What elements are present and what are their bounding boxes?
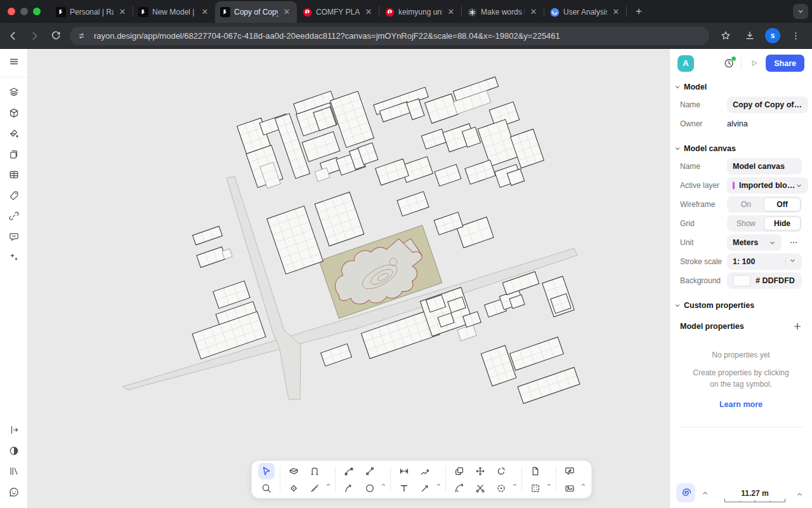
unit-more-options-icon[interactable] [785, 234, 802, 251]
share-button[interactable]: Share [766, 55, 804, 72]
tab-close-icon[interactable]: ✕ [363, 7, 374, 17]
browser-tab-3[interactable]: Copy of Copy of N✕ [215, 1, 297, 23]
model-canvas-section-header[interactable]: Model canvas [680, 144, 802, 153]
arrow-tool-button[interactable] [417, 480, 433, 497]
assist-spiral-icon[interactable] [676, 483, 695, 502]
render-tool-button[interactable] [561, 480, 578, 497]
chevron-up-icon[interactable] [381, 482, 386, 488]
links-icon[interactable] [4, 206, 23, 225]
tab-close-icon[interactable]: ✕ [200, 7, 210, 17]
circle-tool-button[interactable] [362, 480, 378, 497]
close-window-button[interactable] [8, 8, 15, 15]
tab-close-icon[interactable]: ✕ [117, 7, 128, 17]
help-icon[interactable] [4, 483, 23, 502]
tables-icon[interactable] [4, 165, 23, 184]
background-color-control[interactable]: # DDFDFD [727, 272, 802, 289]
export-icon[interactable] [4, 420, 23, 439]
add-property-icon[interactable] [793, 322, 802, 331]
pen-tool-button[interactable] [341, 463, 357, 479]
menu-icon[interactable] [4, 52, 23, 71]
tab-close-icon[interactable]: ✕ [446, 7, 456, 17]
comments-icon[interactable] [4, 227, 23, 246]
user-avatar[interactable]: A [678, 55, 694, 72]
library-icon[interactable] [4, 462, 23, 481]
grid-toggle[interactable]: Show Hide [727, 215, 802, 232]
minimize-window-button[interactable] [20, 8, 28, 15]
wireframe-toggle[interactable]: On Off [727, 196, 802, 213]
model-canvas-area[interactable] [28, 48, 669, 508]
site-info-icon[interactable] [74, 28, 89, 43]
pages-icon[interactable] [4, 145, 23, 164]
measure-tool-button[interactable] [306, 480, 323, 497]
history-icon[interactable] [721, 56, 737, 71]
site-plan-drawing[interactable] [28, 48, 669, 508]
active-layer-select[interactable]: Imported blocks [727, 177, 808, 194]
grid-hide-option[interactable]: Hide [764, 217, 801, 231]
move-tool-button[interactable] [472, 463, 488, 479]
chevron-up-icon[interactable] [436, 482, 442, 488]
address-bar[interactable]: rayon.design/app/model/68227704-067c-418… [70, 27, 709, 45]
split-tool-button[interactable] [472, 480, 488, 497]
chevron-up-icon[interactable] [546, 482, 552, 488]
browser-tab-1[interactable]: Personal | Rayon✕ [51, 1, 133, 23]
custom-properties-section-header[interactable]: Custom properties [680, 301, 802, 310]
ai-icon[interactable] [4, 248, 23, 267]
zoom-window-button[interactable] [33, 8, 41, 15]
theme-icon[interactable] [4, 441, 23, 460]
wireframe-on-option[interactable]: On [728, 197, 764, 211]
door-tool-button[interactable] [306, 463, 323, 479]
materials-icon[interactable] [4, 124, 23, 143]
browser-tab-4[interactable]: COMFY PLACE | W✕ [297, 1, 379, 23]
tab-close-icon[interactable]: ✕ [282, 7, 292, 17]
bookmark-star-icon[interactable] [717, 27, 735, 44]
dimension-tool-button[interactable] [396, 463, 412, 479]
select-tool-button[interactable] [258, 463, 275, 479]
comment-tool-button[interactable] [561, 463, 578, 479]
tab-close-icon[interactable]: ✕ [611, 7, 621, 17]
url-text[interactable]: rayon.design/app/model/68227704-067c-418… [94, 31, 560, 41]
shape-tool-button[interactable] [285, 480, 302, 497]
chevron-up-icon[interactable] [580, 482, 586, 488]
grid-show-option[interactable]: Show [728, 217, 764, 231]
offset-tool-button[interactable] [493, 480, 509, 497]
wireframe-off-option[interactable]: Off [764, 197, 801, 211]
tab-search-chevron-icon[interactable] [793, 4, 808, 19]
back-button[interactable] [4, 27, 22, 44]
chevron-up-icon[interactable] [796, 491, 803, 498]
reload-button[interactable] [47, 27, 65, 44]
tab-close-icon[interactable]: ✕ [528, 7, 539, 17]
chevron-up-icon[interactable] [702, 490, 709, 497]
model-section-header[interactable]: Model [680, 83, 802, 91]
forward-button[interactable] [25, 27, 43, 44]
chevron-up-icon[interactable] [325, 482, 331, 488]
layers-icon[interactable] [4, 83, 23, 102]
line-tool-button[interactable] [362, 463, 378, 479]
browser-menu-icon[interactable] [787, 27, 804, 44]
text-tool-button[interactable] [396, 480, 412, 497]
chevron-up-icon[interactable] [512, 482, 518, 488]
tags-icon[interactable] [4, 186, 23, 205]
leader-tool-button[interactable] [417, 463, 433, 479]
browser-tab-6[interactable]: Make words bigge✕ [462, 1, 544, 23]
duplicate-tool-button[interactable] [451, 463, 468, 479]
background-color-swatch[interactable] [733, 275, 750, 286]
learn-more-link[interactable]: Learn more [680, 399, 802, 411]
arc-tool-button[interactable] [341, 480, 357, 497]
browser-tab-2[interactable]: New Model | Rayon✕ [133, 1, 215, 23]
stroke-scale-select[interactable]: 1: 100 [727, 253, 802, 270]
zoom-tool-button[interactable] [258, 480, 275, 497]
unit-select[interactable]: Meters [727, 234, 782, 251]
fillet-tool-button[interactable] [451, 480, 468, 497]
canvas-name-input[interactable]: Model canvas [727, 158, 802, 175]
browser-tab-5[interactable]: keimyung uni 계명✕ [379, 1, 461, 23]
model-name-input[interactable]: Copy of Copy of New M… [727, 97, 808, 113]
present-play-icon[interactable] [746, 56, 761, 71]
model-icon[interactable] [4, 104, 23, 123]
new-tab-button[interactable]: + [631, 3, 647, 20]
browser-profile-avatar[interactable]: s [765, 28, 780, 43]
browser-tab-7[interactable]: User Analysis - 43✕ [544, 1, 626, 23]
file-tool-button[interactable] [527, 463, 544, 479]
download-icon[interactable] [741, 27, 759, 44]
hatch-tool-button[interactable] [527, 480, 544, 497]
rectangle-tool-button[interactable] [285, 463, 302, 479]
